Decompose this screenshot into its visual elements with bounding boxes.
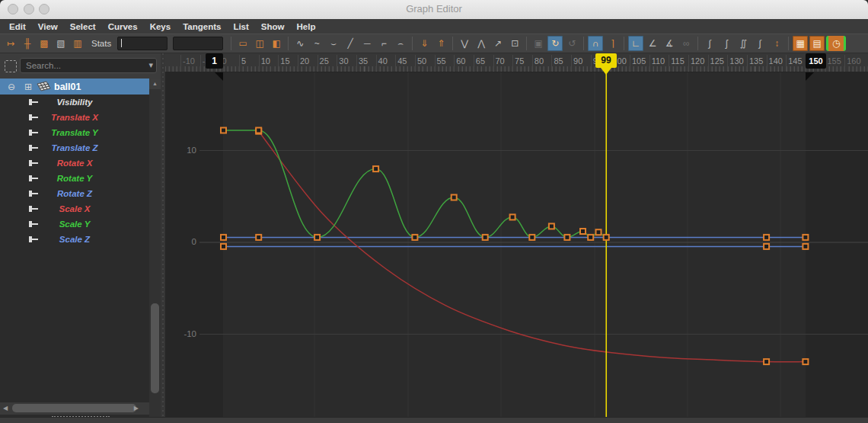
keyframe-translate-y-green[interactable] bbox=[596, 229, 602, 235]
scroll-up-arrow[interactable]: ▲ bbox=[149, 79, 161, 89]
flat-tangents-button[interactable]: ─ bbox=[359, 36, 375, 51]
post-infinity-cycle-button[interactable]: ∬ bbox=[736, 36, 751, 51]
open-time-editor-button[interactable]: ◷ bbox=[826, 36, 846, 51]
swap-buffer-curve-button[interactable]: ⇑ bbox=[433, 36, 448, 51]
scroll-left-arrow[interactable]: ◀ bbox=[3, 404, 8, 413]
channel-translate-x[interactable]: Translate X bbox=[0, 110, 149, 125]
expand-icon[interactable]: ⊞ bbox=[23, 82, 34, 92]
keyframe-translate-y-green[interactable] bbox=[221, 128, 226, 133]
channel-rotate-x[interactable]: Rotate X bbox=[0, 155, 149, 171]
frame-all-button[interactable]: ▭ bbox=[235, 36, 251, 51]
keyframe-translate-y-green[interactable] bbox=[452, 195, 457, 200]
range-end-marker[interactable]: 150 bbox=[806, 53, 826, 69]
vertical-scroll-thumb[interactable] bbox=[151, 303, 159, 393]
tree-node-ball01[interactable]: ⊖ ⊞ ball01 bbox=[0, 79, 149, 95]
channel-translate-y[interactable]: Translate Y bbox=[0, 125, 149, 140]
keyframe-translate-y-green[interactable] bbox=[580, 229, 586, 234]
menu-curves[interactable]: Curves bbox=[108, 22, 138, 31]
keyframe-flat-curve-blue-upper[interactable] bbox=[803, 235, 808, 240]
frame-playback-range-button[interactable]: ◫ bbox=[252, 36, 267, 51]
menu-show[interactable]: Show bbox=[261, 22, 285, 31]
channel-translate-z[interactable]: Translate Z bbox=[0, 140, 149, 155]
open-trax-editor-button[interactable]: ▤ bbox=[809, 36, 825, 51]
pre-infinity-cycle-offset-button[interactable]: ʃ bbox=[719, 36, 734, 51]
filter-icon[interactable] bbox=[5, 60, 17, 72]
keyframe-flat-curve-blue-lower[interactable] bbox=[803, 244, 808, 249]
value-snap-button[interactable]: ⌉ bbox=[605, 36, 620, 51]
linear-tangents-button[interactable]: ╱ bbox=[343, 36, 358, 51]
lattice-deform-keys-tool-button[interactable]: ▩ bbox=[37, 36, 52, 51]
region-select-keys-tool-button[interactable]: ▧ bbox=[53, 36, 69, 51]
lock-tangent-weight-button[interactable]: ⊡ bbox=[507, 36, 522, 51]
auto-tangents-button[interactable]: ∿ bbox=[292, 36, 308, 51]
stacked-view-button[interactable]: ∠ bbox=[645, 36, 660, 51]
keyframe-translate-x-red[interactable] bbox=[803, 359, 808, 364]
channel-scale-y[interactable]: Scale Y bbox=[0, 216, 149, 232]
keyframe-translate-y-green[interactable] bbox=[588, 235, 593, 240]
horizontal-scroll-thumb[interactable] bbox=[12, 404, 136, 412]
keyframe-translate-y-green[interactable] bbox=[564, 235, 570, 240]
display-infinities-button[interactable]: ∞ bbox=[678, 36, 694, 51]
auto-load-selected-objects-button[interactable]: ↻ bbox=[547, 36, 563, 51]
keyframe-flat-curve-blue-upper[interactable] bbox=[764, 235, 769, 240]
keyframe-translate-y-green[interactable] bbox=[412, 235, 417, 240]
buffer-curve-snapshot-button[interactable]: ⇓ bbox=[416, 36, 432, 51]
free-tangent-weight-button[interactable]: ↗ bbox=[490, 36, 506, 51]
unify-tangents-button[interactable]: ⋀ bbox=[474, 36, 489, 51]
menu-tangents[interactable]: Tangents bbox=[183, 22, 221, 31]
move-nearest-picked-key-tool-button[interactable]: ↦ bbox=[3, 36, 18, 51]
keyframe-flat-curve-blue-lower[interactable] bbox=[764, 244, 769, 249]
current-frame-marker[interactable]: 99 bbox=[595, 53, 617, 68]
keyframe-flat-curve-blue-lower[interactable] bbox=[221, 244, 226, 249]
insert-keys-tool-button[interactable]: ╫ bbox=[20, 36, 35, 51]
menu-help[interactable]: Help bbox=[297, 22, 316, 31]
keyframe-translate-y-green[interactable] bbox=[510, 214, 515, 220]
curve-translate-y-green[interactable] bbox=[224, 130, 607, 237]
keyframe-translate-y-green[interactable] bbox=[483, 235, 488, 240]
menu-list[interactable]: List bbox=[233, 22, 248, 31]
search-input[interactable] bbox=[20, 58, 157, 73]
vertical-scrollbar[interactable]: ▲ ▼ bbox=[149, 79, 161, 423]
time-snap-button[interactable]: ∩ bbox=[588, 36, 603, 51]
retime-keys-vertical-button[interactable]: ↕ bbox=[769, 36, 784, 51]
time-ruler[interactable]: -10-505101520253035404550556065707580859… bbox=[165, 53, 868, 72]
pre-infinity-cycle-button[interactable]: ∫ bbox=[702, 36, 717, 51]
menu-select[interactable]: Select bbox=[70, 22, 96, 31]
clamped-tangents-button[interactable]: ⌣ bbox=[326, 36, 341, 51]
keyframe-translate-y-green[interactable] bbox=[549, 223, 554, 229]
keyframe-translate-y-green[interactable] bbox=[256, 128, 261, 133]
absolute-view-button[interactable]: ∟ bbox=[628, 36, 643, 51]
retime-tool-button[interactable]: ▥ bbox=[70, 36, 85, 51]
keyframe-translate-y-green[interactable] bbox=[604, 235, 609, 240]
center-current-time-button[interactable]: ◧ bbox=[269, 36, 284, 51]
graph-view[interactable]: 100-10 bbox=[165, 72, 868, 417]
channel-rotate-z[interactable]: Rotate Z bbox=[0, 186, 149, 201]
channel-visibility[interactable]: Visibility bbox=[0, 95, 149, 110]
keyframe-translate-x-red[interactable] bbox=[764, 359, 769, 364]
search-dropdown-icon[interactable]: ▾ bbox=[148, 60, 153, 70]
channel-rotate-y[interactable]: Rotate Y bbox=[0, 171, 149, 186]
scroll-right-arrow[interactable]: ▶ bbox=[134, 404, 139, 413]
stats-time-field[interactable] bbox=[173, 37, 223, 50]
keyframe-translate-y-green[interactable] bbox=[373, 166, 378, 171]
menu-edit[interactable]: Edit bbox=[9, 22, 26, 31]
load-selected-objects-button[interactable]: ↺ bbox=[564, 36, 579, 51]
stats-value-field[interactable] bbox=[117, 37, 168, 50]
menu-keys[interactable]: Keys bbox=[150, 22, 171, 31]
channel-scale-x[interactable]: Scale X bbox=[0, 201, 149, 216]
keyframe-flat-curve-blue-upper[interactable] bbox=[256, 235, 261, 240]
lock-selected-keys-button[interactable]: ▣ bbox=[531, 36, 546, 51]
keyframe-flat-curve-blue-upper[interactable] bbox=[221, 235, 226, 240]
normalized-view-button[interactable]: ∡ bbox=[662, 36, 677, 51]
keyframe-translate-y-green[interactable] bbox=[314, 235, 320, 240]
open-dope-sheet-button[interactable]: ▦ bbox=[793, 36, 808, 51]
post-infinity-cycle-offset-button[interactable]: ∫ bbox=[752, 36, 767, 51]
range-start-marker[interactable]: 1 bbox=[206, 53, 223, 69]
plateau-tangents-button[interactable]: ⌢ bbox=[393, 36, 408, 51]
collapse-icon[interactable]: ⊖ bbox=[6, 82, 17, 92]
channel-scale-z[interactable]: Scale Z bbox=[0, 232, 149, 247]
keyframe-translate-y-green[interactable] bbox=[529, 235, 535, 240]
spline-tangents-button[interactable]: ~ bbox=[309, 36, 324, 51]
break-tangents-button[interactable]: ⋁ bbox=[457, 36, 472, 51]
step-tangents-button[interactable]: ⌐ bbox=[376, 36, 391, 51]
